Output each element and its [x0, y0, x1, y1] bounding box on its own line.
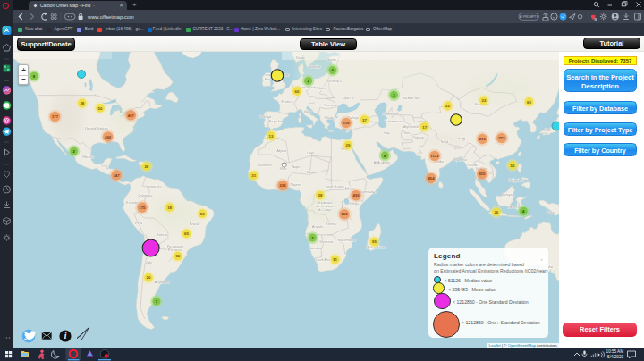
svg-text:i: i — [64, 332, 67, 340]
svg-text:www.offsetmap.com: www.offsetmap.com — [87, 14, 134, 20]
svg-text:AI PROMPTS: AI PROMPTS — [520, 15, 539, 19]
